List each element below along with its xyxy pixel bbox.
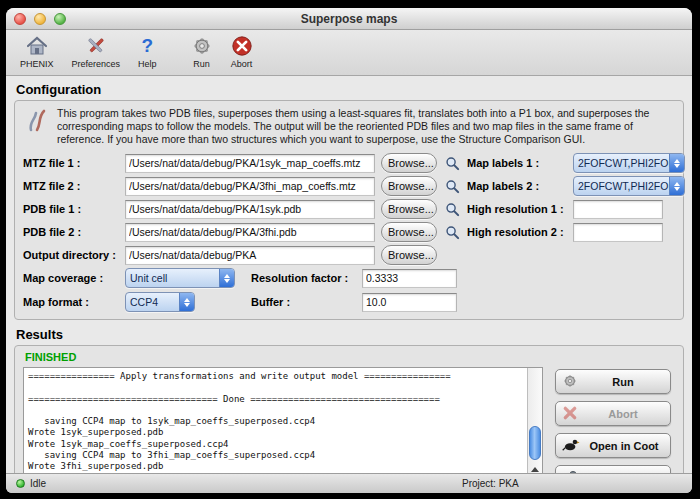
pdb-file-1-browse-button[interactable]: Browse... xyxy=(381,199,437,219)
configuration-group: This program takes two PDB files, superp… xyxy=(14,100,684,320)
high-resolution-2-label: High resolution 2 : xyxy=(467,226,567,238)
run-toolbar-button[interactable]: Run xyxy=(187,32,217,71)
project-label: Project: PKA xyxy=(462,478,519,489)
status-text: Idle xyxy=(30,478,46,489)
preferences-label: Preferences xyxy=(72,59,121,69)
pdb-file-2-browse-button[interactable]: Browse... xyxy=(381,222,437,242)
mtz-file-1-input[interactable] xyxy=(125,154,375,173)
gear-icon xyxy=(562,373,578,391)
map-labels-2-select[interactable]: 2FOFCWT,PHI2FOF... xyxy=(573,176,685,196)
program-icon xyxy=(27,107,47,137)
vertical-scrollbar[interactable] xyxy=(527,368,542,486)
phenix-button[interactable]: PHENIX xyxy=(16,32,58,71)
pdb-file-2-input[interactable] xyxy=(125,223,375,242)
high-resolution-1-label: High resolution 1 : xyxy=(467,203,567,215)
output-directory-label: Output directory : xyxy=(23,249,119,261)
map-format-select[interactable]: CCP4 xyxy=(125,292,195,312)
map-labels-2-label: Map labels 2 : xyxy=(467,180,567,192)
log-console[interactable]: ================ Apply transformations a… xyxy=(23,367,543,487)
tools-icon xyxy=(84,34,108,58)
pdb-file-1-label: PDB file 1 : xyxy=(23,203,119,215)
magnifier-icon[interactable] xyxy=(443,202,461,217)
mtz-file-1-browse-button[interactable]: Browse... xyxy=(381,153,437,173)
mtz-file-2-input[interactable] xyxy=(125,177,375,196)
scrollbar-thumb[interactable] xyxy=(529,426,541,460)
resolution-factor-label: Resolution factor : xyxy=(251,272,356,284)
combo-arrows-icon xyxy=(179,293,194,311)
help-icon: ? xyxy=(142,34,154,58)
title-bar[interactable]: Superpose maps xyxy=(6,8,692,30)
log-line: Wrote 3fhi_superposed.pdb xyxy=(28,461,522,472)
scroll-up-icon[interactable] xyxy=(531,467,539,472)
app-window: Superpose maps PHENIX Preferences ? Help… xyxy=(6,8,692,493)
map-labels-1-select[interactable]: 2FOFCWT,PHI2FOF... xyxy=(573,153,685,173)
results-title: Results xyxy=(16,327,684,342)
status-finished: FINISHED xyxy=(25,351,675,363)
preferences-button[interactable]: Preferences xyxy=(68,32,125,71)
map-format-label: Map format : xyxy=(23,296,119,308)
map-labels-1-label: Map labels 1 : xyxy=(467,157,567,169)
map-coverage-select[interactable]: Unit cell xyxy=(125,268,235,288)
main-content: Configuration This program takes two PDB… xyxy=(6,76,692,493)
gear-icon xyxy=(191,34,213,58)
combo-arrows-icon xyxy=(669,154,684,172)
results-group: FINISHED ================ Apply transfor… xyxy=(14,345,684,493)
mtz-file-2-label: MTZ file 2 : xyxy=(23,180,119,192)
toolbar: PHENIX Preferences ? Help Run Abort xyxy=(6,30,692,76)
output-directory-browse-button[interactable]: Browse... xyxy=(381,245,437,265)
mtz-file-2-browse-button[interactable]: Browse... xyxy=(381,176,437,196)
log-line xyxy=(28,405,522,416)
log-line: Wrote 1syk_map_coeffs_superposed.ccp4 xyxy=(28,439,522,450)
output-directory-input[interactable] xyxy=(125,246,375,265)
help-button[interactable]: ? Help xyxy=(134,32,161,71)
combo-arrows-icon xyxy=(669,177,684,195)
combo-arrows-icon xyxy=(219,269,234,287)
open-in-coot-button[interactable]: Open in Coot xyxy=(555,433,671,458)
status-bar: Idle Project: PKA xyxy=(6,473,692,493)
run-toolbar-label: Run xyxy=(193,59,210,69)
log-line: saving CCP4 map to 3fhi_map_coeffs_super… xyxy=(28,450,522,461)
abort-toolbar-label: Abort xyxy=(231,59,253,69)
phenix-label: PHENIX xyxy=(20,59,54,69)
status-dot-icon xyxy=(16,479,25,488)
abort-icon xyxy=(231,34,253,58)
abort-icon xyxy=(562,405,578,423)
zoom-button[interactable] xyxy=(54,13,66,25)
pdb-file-2-label: PDB file 2 : xyxy=(23,226,119,238)
buffer-label: Buffer : xyxy=(251,296,356,308)
window-title: Superpose maps xyxy=(301,12,398,26)
run-button[interactable]: Run xyxy=(555,369,671,394)
log-line: ================ Apply transformations a… xyxy=(28,371,522,382)
configuration-title: Configuration xyxy=(16,82,684,97)
buffer-input[interactable] xyxy=(362,293,457,312)
home-icon xyxy=(25,34,49,58)
map-coverage-label: Map coverage : xyxy=(23,272,119,284)
abort-button[interactable]: Abort xyxy=(555,401,671,426)
action-buttons: Run Abort Open in Coot xyxy=(555,367,671,490)
program-description: This program takes two PDB files, superp… xyxy=(57,107,667,146)
mtz-file-1-label: MTZ file 1 : xyxy=(23,157,119,169)
resolution-factor-input[interactable] xyxy=(362,269,457,288)
pdb-file-1-input[interactable] xyxy=(125,200,375,219)
help-label: Help xyxy=(138,59,157,69)
log-line: Wrote 1syk_superposed.pdb xyxy=(28,427,522,438)
magnifier-icon[interactable] xyxy=(443,156,461,171)
magnifier-icon[interactable] xyxy=(443,179,461,194)
log-line: saving CCP4 map to 1syk_map_coeffs_super… xyxy=(28,416,522,427)
high-resolution-2-input[interactable] xyxy=(573,223,663,242)
log-line: =================================== Done… xyxy=(28,394,522,405)
high-resolution-1-input[interactable] xyxy=(573,200,663,219)
abort-toolbar-button[interactable]: Abort xyxy=(227,32,257,71)
minimize-button[interactable] xyxy=(34,13,46,25)
magnifier-icon[interactable] xyxy=(443,225,461,240)
log-line xyxy=(28,382,522,393)
coot-bird-icon xyxy=(562,438,580,454)
close-button[interactable] xyxy=(14,13,26,25)
